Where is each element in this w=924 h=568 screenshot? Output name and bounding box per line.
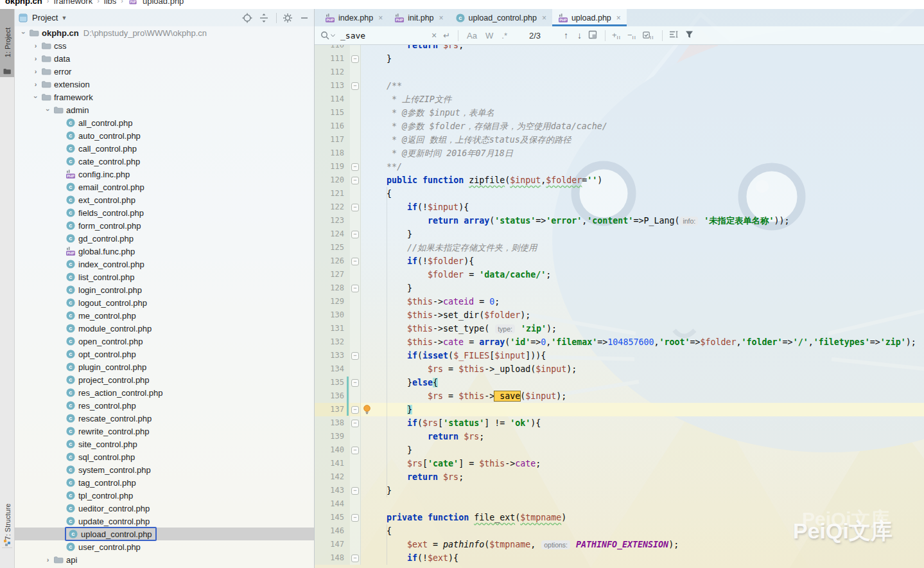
code-text[interactable]: $rs = $this->_upload($input);: [361, 362, 924, 376]
tree-file-update_control.php[interactable]: cupdate_control.php: [15, 515, 314, 528]
code-line-114[interactable]: 114 * 上传ZIP文件: [315, 93, 924, 106]
code-line-135[interactable]: 135− }else{: [315, 376, 924, 389]
panel-splitter[interactable]: [314, 9, 315, 568]
fold-marker-icon[interactable]: −: [351, 379, 359, 387]
tree-file-opt_control.php[interactable]: copt_control.php: [15, 348, 314, 360]
tree-file-project_control.php[interactable]: cproject_control.php: [15, 373, 314, 386]
chevron-icon[interactable]: ›: [32, 93, 40, 102]
tree-file-module_control.php[interactable]: cmodule_control.php: [15, 322, 314, 335]
code-text[interactable]: * @返回 数组，上传状态status及保存的路径: [361, 133, 924, 146]
chevron-icon[interactable]: ›: [43, 556, 53, 564]
code-line-138[interactable]: 138− if($rs['status'] != 'ok'){: [315, 416, 924, 430]
code-line-143[interactable]: 143− }: [315, 484, 924, 497]
code-line-112[interactable]: 112: [315, 66, 924, 79]
tree-file-gd_control.php[interactable]: cgd_control.php: [15, 232, 314, 245]
code-text[interactable]: }: [361, 484, 924, 497]
close-tab-icon[interactable]: ×: [542, 13, 546, 22]
tree-file-site_control.php[interactable]: csite_control.php: [15, 438, 314, 450]
code-line-119[interactable]: 119− **/: [315, 160, 924, 173]
code-text[interactable]: if(!$ext){: [361, 551, 924, 565]
code-line-117[interactable]: 117 * @返回 数组，上传状态status及保存的路径: [315, 133, 924, 146]
code-text[interactable]: $rs = $this->_save($input);: [361, 389, 924, 403]
regex-toggle[interactable]: .*: [501, 31, 507, 40]
fold-marker-icon[interactable]: −: [351, 163, 359, 171]
code-line-121[interactable]: 121 {: [315, 187, 924, 200]
code-text[interactable]: * 上传ZIP文件: [361, 93, 924, 106]
fold-marker-icon[interactable]: −: [351, 285, 359, 292]
breadcrumb[interactable]: okphp.cn›framework›libs›PHPupload.php: [0, 0, 924, 9]
code-line-142[interactable]: 142 return $rs;: [315, 470, 924, 484]
code-text[interactable]: //如果未指定存储文件夹，则使用: [361, 241, 924, 254]
tree-file-form_control.php[interactable]: cform_control.php: [15, 219, 314, 232]
search-input[interactable]: _save: [340, 31, 425, 40]
code-text[interactable]: $this->set_type( type: 'zip');: [361, 322, 924, 335]
fold-marker-icon[interactable]: −: [351, 555, 359, 562]
fold-marker-icon[interactable]: −: [351, 55, 359, 63]
clear-search-icon[interactable]: ×: [431, 30, 437, 40]
code-text[interactable]: $rs['cate'] = $this->cate;: [361, 457, 924, 470]
intention-bulb-icon[interactable]: [363, 405, 371, 417]
tree-file-sql_control.php[interactable]: csql_control.php: [15, 450, 314, 463]
tree-file-upload_control.php[interactable]: cupload_control.php: [15, 528, 314, 540]
code-text[interactable]: }: [361, 281, 924, 295]
code-text[interactable]: * @参数 $folder，存储目录，为空使用data/cache/: [361, 120, 924, 133]
tree-file-global.func.php[interactable]: PHPglobal.func.php: [15, 245, 314, 258]
code-text[interactable]: **/: [361, 160, 924, 173]
next-match-icon[interactable]: ↓: [577, 30, 582, 40]
code-line-136[interactable]: 136 $rs = $this->_save($input);: [315, 389, 924, 403]
filter-icon[interactable]: [685, 30, 693, 40]
code-line-115[interactable]: 115 * @参数 $input，表单名: [315, 106, 924, 120]
code-line-134[interactable]: 134 $rs = $this->_upload($input);: [315, 362, 924, 376]
tree-file-login_control.php[interactable]: clogin_control.php: [15, 283, 314, 296]
tree-folder-admin[interactable]: ›admin: [15, 103, 314, 116]
code-text[interactable]: if(!$folder){: [361, 254, 924, 268]
tree-file-all_control.php[interactable]: call_control.php: [15, 116, 314, 129]
code-line-140[interactable]: 140− }: [315, 443, 924, 457]
code-text[interactable]: * @更新时间 2016年07月18日: [361, 146, 924, 160]
chevron-down-icon[interactable]: ▼: [61, 15, 67, 21]
chevron-icon[interactable]: ›: [31, 42, 40, 49]
chevron-icon[interactable]: ›: [44, 105, 52, 115]
add-occurrence-icon[interactable]: +II: [612, 30, 621, 40]
code-line-148[interactable]: 148− if(!$ext){: [315, 551, 924, 565]
code-line-146[interactable]: 146 {: [315, 524, 924, 538]
hide-panel-icon[interactable]: [299, 12, 310, 24]
code-line-129[interactable]: 129 $this->cateid = 0;: [315, 295, 924, 308]
select-all-occurrences-icon[interactable]: II: [643, 30, 654, 40]
code-text[interactable]: /**: [361, 79, 924, 93]
tree-file-call_control.php[interactable]: ccall_control.php: [15, 142, 314, 155]
fold-marker-icon[interactable]: −: [351, 487, 359, 495]
vcs-change-marker[interactable]: [347, 377, 349, 416]
code-line-118[interactable]: 118 * @更新时间 2016年07月18日: [315, 146, 924, 160]
tree-file-open_control.php[interactable]: copen_control.php: [15, 335, 314, 348]
chevron-icon[interactable]: ›: [31, 80, 40, 88]
tree-file-system_control.php[interactable]: csystem_control.php: [15, 463, 314, 476]
code-line-131[interactable]: 131 $this->set_type( type: 'zip');: [315, 322, 924, 335]
tree-file-config.inc.php[interactable]: PHPconfig.inc.php: [15, 168, 314, 181]
filter-lines-icon[interactable]: [669, 30, 679, 40]
code-text[interactable]: $ext = pathinfo($tmpname, options: PATHI…: [361, 538, 924, 551]
tree-folder-css[interactable]: ›css: [15, 39, 314, 52]
close-tab-icon[interactable]: ×: [439, 13, 444, 22]
code-line-125[interactable]: 125 //如果未指定存储文件夹，则使用: [315, 241, 924, 254]
code-line-113[interactable]: 113− /**: [315, 79, 924, 93]
whole-words-toggle[interactable]: W: [485, 31, 493, 40]
search-icon[interactable]: [320, 31, 335, 40]
fold-marker-icon[interactable]: −: [351, 420, 359, 427]
code-text[interactable]: return $rs;: [361, 430, 924, 443]
tree-file-email_control.php[interactable]: cemail_control.php: [15, 181, 314, 193]
editor-tab-upload_control.php[interactable]: cupload_control.php×: [449, 9, 552, 26]
code-text[interactable]: return $rs;: [361, 470, 924, 484]
tree-folder-data[interactable]: ›data: [15, 52, 314, 65]
code-line-124[interactable]: 124− }: [315, 227, 924, 241]
tree-file-user_control.php[interactable]: cuser_control.php: [15, 540, 314, 553]
remove-occurrence-icon[interactable]: −II: [627, 30, 636, 40]
tree-file-auto_control.php[interactable]: cauto_control.php: [15, 129, 314, 142]
code-text[interactable]: * @参数 $input，表单名: [361, 106, 924, 120]
close-tab-icon[interactable]: ×: [616, 13, 621, 22]
code-text[interactable]: {: [361, 187, 924, 200]
code-text[interactable]: $this->set_dir($folder);: [361, 308, 924, 322]
match-case-toggle[interactable]: Aa: [467, 31, 477, 40]
close-tab-icon[interactable]: ×: [378, 13, 383, 22]
code-text[interactable]: $this->cate = array('id'=>0,'filemax'=>1…: [361, 335, 924, 349]
